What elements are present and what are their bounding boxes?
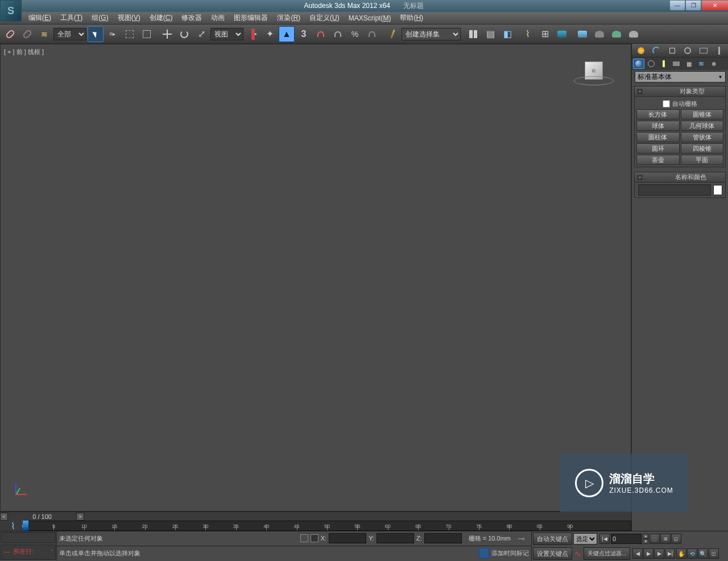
systems-subtab[interactable]: ✻ [708, 59, 719, 69]
primitive-button[interactable]: 平面 [681, 155, 724, 165]
minimize-button[interactable]: — [670, 1, 685, 10]
y-coord-input[interactable] [377, 533, 414, 543]
key-filters-button[interactable]: 关键点过滤器... [584, 547, 630, 560]
create-tab[interactable] [635, 45, 647, 56]
named-selection-select[interactable]: 创建选择集 [402, 28, 461, 40]
script-output-box[interactable] [1, 532, 56, 543]
curve-editor-button[interactable]: ⌇ [520, 26, 536, 42]
primitive-button[interactable]: 四棱锥 [681, 143, 724, 154]
material-editor-button[interactable] [554, 26, 570, 42]
isolate-toggle-button[interactable] [311, 534, 318, 542]
edit-selection-button[interactable] [384, 26, 400, 42]
current-frame-input[interactable] [611, 534, 642, 544]
maximize-button[interactable]: ❐ [686, 1, 701, 10]
add-time-tag-button[interactable] [479, 548, 489, 558]
angle-snap-button[interactable] [313, 26, 329, 42]
cameras-subtab[interactable] [671, 59, 682, 69]
x-coord-input[interactable] [329, 533, 366, 543]
utilities-tab[interactable] [713, 45, 725, 56]
reference-coord-select[interactable]: 视图 [210, 28, 243, 40]
object-name-input[interactable] [638, 184, 711, 196]
shapes-subtab[interactable] [646, 59, 657, 69]
goto-start-button[interactable]: |◀ [599, 534, 610, 544]
menu-R[interactable]: 渲染(R) [272, 12, 305, 24]
frame-counter[interactable]: 0 / 100 [8, 513, 76, 520]
viewport-front[interactable]: [ + ] 前 ] 线框 ] 前 [0, 44, 631, 512]
undo-redo-link-icon[interactable] [2, 26, 18, 42]
field-of-view-button[interactable]: ◫ [709, 548, 719, 559]
lights-subtab[interactable] [658, 59, 669, 69]
render-production-button[interactable] [609, 26, 624, 42]
select-object-button[interactable] [88, 26, 104, 42]
select-rectangle-button[interactable] [122, 26, 138, 42]
scale-button[interactable]: ⤢ [193, 26, 209, 42]
hierarchy-tab[interactable] [666, 45, 679, 56]
timeline-prev-button[interactable]: < [0, 513, 8, 521]
arc-rotate-button[interactable]: ⟲ [687, 548, 697, 559]
percent-snap-button[interactable] [330, 26, 346, 42]
viewcube-compass[interactable] [574, 76, 614, 85]
frame-spinner[interactable]: ▴▾ [643, 534, 648, 544]
menu-C[interactable]: 创建(C) [145, 12, 177, 24]
menu-E[interactable]: 编辑(E) [24, 12, 56, 24]
menu-H[interactable]: 帮助(H) [395, 12, 428, 24]
next-frame-button[interactable]: ▶ [654, 548, 664, 559]
display-tab[interactable] [697, 45, 710, 56]
prev-frame-button[interactable]: ◀ [632, 548, 643, 559]
zoom-extents-button[interactable]: ⬚ [650, 534, 660, 544]
zoom-extents-all-button[interactable]: ⊞ [660, 534, 671, 544]
name-color-rollout-header[interactable]: - 名称和颜色 [635, 172, 725, 183]
key-icon[interactable]: ⊸ [518, 533, 529, 544]
menu-G[interactable]: 组(G) [87, 12, 113, 24]
snap-toggle-3-button[interactable]: 3 [296, 26, 312, 42]
close-button[interactable]: ✕ [702, 1, 728, 10]
layer-manager-button[interactable]: ◧ [499, 26, 515, 42]
move-button[interactable] [159, 26, 175, 42]
z-coord-input[interactable] [424, 533, 462, 543]
time-slider[interactable]: ⌇ 051015202530354045505560657075808590 [0, 521, 631, 531]
primitive-button[interactable]: 茶壶 [636, 155, 680, 165]
use-pivot-center-button[interactable]: ▐▸ [245, 26, 260, 42]
key-mode-icon[interactable]: ∿ [573, 549, 582, 558]
goto-end-button[interactable]: ▶| [665, 548, 675, 559]
object-color-swatch[interactable] [713, 185, 722, 195]
bind-spacewarp-icon[interactable]: ≋ [36, 26, 52, 42]
modify-tab[interactable] [650, 45, 663, 56]
auto-key-button[interactable]: 自动关键点 [533, 533, 572, 545]
viewcube[interactable]: 前 [574, 61, 614, 90]
category-select[interactable]: 标准基本体 [635, 71, 726, 82]
mirror-button[interactable] [465, 26, 481, 42]
timeline-next-button[interactable]: > [76, 513, 84, 521]
primitive-button[interactable]: 几何球体 [681, 121, 724, 131]
select-by-name-button[interactable]: ≡▸ [105, 26, 121, 42]
schematic-view-button[interactable]: ⊞ [537, 26, 553, 42]
unlink-icon[interactable] [19, 26, 35, 42]
object-type-rollout-header[interactable]: - 对象类型 [635, 86, 725, 97]
geometry-subtab[interactable] [633, 59, 644, 69]
select-window-crossing-button[interactable] [139, 26, 155, 42]
menu-T[interactable]: 工具(T) [56, 12, 87, 24]
keyboard-shortcut-override-button[interactable]: ▲ [279, 26, 295, 42]
set-key-button[interactable]: 设置关键点 [533, 547, 572, 560]
viewport-label[interactable]: [ + ] 前 ] 线框 ] [4, 48, 44, 56]
maximize-viewport-button[interactable]: ◱ [671, 534, 681, 544]
primitive-button[interactable]: 圆锥体 [681, 109, 724, 119]
app-menu-button[interactable]: S [0, 0, 22, 22]
primitive-button[interactable]: 管状体 [681, 132, 724, 142]
script-listener-box[interactable]: — 所在行: ‹ [1, 544, 56, 560]
rotate-button[interactable] [176, 26, 192, 42]
helpers-subtab[interactable]: ▦ [683, 59, 694, 69]
primitive-button[interactable]: 圆环 [636, 143, 680, 154]
lock-selection-button[interactable] [300, 534, 308, 542]
menu-M[interactable]: MAXScript(M) [344, 13, 396, 23]
selection-filter-select[interactable]: 全部 [53, 28, 86, 40]
menu-修改器[interactable]: 修改器 [177, 12, 206, 24]
spacewarps-subtab[interactable]: ≋ [696, 59, 707, 69]
spinner-snap-button[interactable]: % [347, 26, 363, 42]
primitive-button[interactable]: 长方体 [636, 109, 680, 119]
rendered-frame-button[interactable] [592, 26, 607, 42]
align-button[interactable]: ▤ [482, 26, 498, 42]
render-setup-button[interactable] [574, 26, 590, 42]
menu-U[interactable]: 自定义(U) [305, 12, 344, 24]
edit-named-sel-button[interactable] [364, 26, 380, 42]
